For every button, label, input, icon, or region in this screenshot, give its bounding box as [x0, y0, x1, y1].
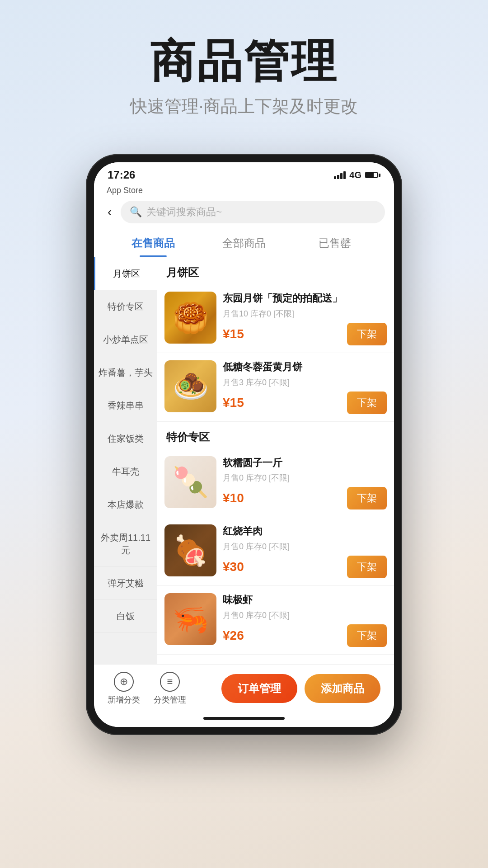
add-category-label: 新增分类 [108, 694, 140, 705]
product-image-1 [164, 292, 216, 344]
product-footer-3: ¥10 下架 [223, 487, 387, 509]
signal-bar-1 [334, 176, 336, 179]
toolbar-right-actions: 订单管理 添加商品 [221, 674, 380, 703]
delist-button-3[interactable]: 下架 [347, 487, 387, 509]
category-sidebar: 月饼区 特价专区 小炒单点区 炸番薯，芋头 香辣串串 住家饭类 牛耳壳 本店爆款… [94, 257, 157, 664]
cat-stirfry[interactable]: 小炒单点区 [94, 323, 157, 356]
delist-button-5[interactable]: 下架 [347, 624, 387, 647]
delist-button-4[interactable]: 下架 [347, 556, 387, 578]
product-image-5 [164, 593, 216, 645]
cat-niuershell[interactable]: 牛耳壳 [94, 455, 157, 488]
page-title: 商品管理 [18, 36, 470, 86]
product-name-3: 软糯圆子一斤 [223, 456, 387, 470]
product-name-5: 味极虾 [223, 593, 387, 607]
phone-screen: 17:26 4G [94, 162, 394, 727]
cat-fries[interactable]: 炸番薯，芋头 [94, 356, 157, 389]
product-info-4: 红烧羊肉 月售0 库存0 [不限] ¥30 下架 [223, 524, 387, 578]
add-category-icon: ⊕ [114, 672, 134, 692]
add-product-button[interactable]: 添加商品 [305, 674, 380, 703]
product-meta-4: 月售0 库存0 [不限] [223, 541, 387, 552]
product-footer-5: ¥26 下架 [223, 624, 387, 647]
product-card-2: 低糖冬蓉蛋黄月饼 月售3 库存0 [不限] ¥15 下架 [157, 353, 394, 422]
product-price-2: ¥15 [223, 396, 244, 410]
appstore-label: App Store [107, 186, 143, 195]
cat-delivery-week[interactable]: 外卖周11.11元 [94, 521, 157, 567]
section-header-special: 特价专区 [157, 422, 394, 449]
product-info-1: 东园月饼「预定的拍配送」 月售10 库存0 [不限] ¥15 下架 [223, 292, 387, 345]
product-price-5: ¥26 [223, 628, 244, 643]
cat-special[interactable]: 特价专区 [94, 290, 157, 323]
product-footer-4: ¥30 下架 [223, 556, 387, 578]
order-management-button[interactable]: 订单管理 [221, 674, 297, 703]
manage-category-btn[interactable]: ≡ 分类管理 [154, 672, 186, 705]
product-name-1: 东园月饼「预定的拍配送」 [223, 292, 387, 306]
signal-bar-3 [340, 173, 343, 179]
product-list: 月饼区 东园月饼「预定的拍配送」 月售10 库存0 [不限] ¥15 下架 [157, 257, 394, 664]
delist-button-2[interactable]: 下架 [347, 392, 387, 414]
product-info-3: 软糯圆子一斤 月售0 库存0 [不限] ¥10 下架 [223, 456, 387, 510]
appstore-nav-bar: App Store [94, 185, 394, 198]
phone-container: 17:26 4G [0, 154, 488, 762]
back-icon[interactable]: ‹ [103, 203, 116, 221]
signal-bar-2 [337, 175, 339, 179]
manage-category-icon: ≡ [160, 672, 180, 692]
product-image-2 [164, 360, 216, 412]
cat-spicy[interactable]: 香辣串串 [94, 389, 157, 422]
cat-mooncake[interactable]: 月饼区 [94, 257, 157, 290]
product-meta-2: 月售3 库存0 [不限] [223, 377, 387, 388]
product-image-4 [164, 524, 216, 576]
search-bar[interactable]: 🔍 关键词搜索商品~ [121, 201, 385, 223]
network-type: 4G [349, 170, 361, 180]
battery-icon [365, 172, 380, 178]
product-price-3: ¥10 [223, 491, 244, 505]
cat-bestseller[interactable]: 本店爆款 [94, 488, 157, 521]
search-icon: 🔍 [130, 206, 142, 218]
tabs-bar: 在售商品 全部商品 已售罄 [94, 228, 394, 257]
product-name-4: 红烧羊肉 [223, 524, 387, 538]
product-card-3: 软糯圆子一斤 月售0 库存0 [不限] ¥10 下架 [157, 449, 394, 518]
delist-button-1[interactable]: 下架 [347, 323, 387, 345]
main-content: 月饼区 特价专区 小炒单点区 炸番薯，芋头 香辣串串 住家饭类 牛耳壳 本店爆款… [94, 257, 394, 664]
tab-on-sale[interactable]: 在售商品 [108, 228, 198, 257]
nav-bar: ‹ 🔍 关键词搜索商品~ [94, 198, 394, 228]
status-icons: 4G [334, 170, 380, 180]
toolbar-left-actions: ⊕ 新增分类 ≡ 分类管理 [108, 672, 212, 705]
product-info-2: 低糖冬蓉蛋黄月饼 月售3 库存0 [不限] ¥15 下架 [223, 360, 387, 414]
product-meta-5: 月售0 库存0 [不限] [223, 610, 387, 621]
section-header-mooncake: 月饼区 [157, 257, 394, 284]
search-placeholder-text: 关键词搜索商品~ [146, 205, 222, 219]
page-header: 商品管理 快速管理·商品上下架及时更改 [0, 0, 488, 136]
product-image-3 [164, 456, 216, 508]
home-indicator [94, 712, 394, 727]
cat-rice[interactable]: 白饭 [94, 600, 157, 633]
home-bar [203, 717, 285, 720]
product-footer-1: ¥15 下架 [223, 323, 387, 345]
phone-mockup: 17:26 4G [86, 154, 402, 735]
product-name-2: 低糖冬蓉蛋黄月饼 [223, 360, 387, 374]
cat-homestyle[interactable]: 住家饭类 [94, 422, 157, 455]
tab-all-products[interactable]: 全部商品 [198, 228, 289, 257]
product-price-4: ¥30 [223, 560, 244, 574]
product-card-1: 东园月饼「预定的拍配送」 月售10 库存0 [不限] ¥15 下架 [157, 284, 394, 353]
product-meta-3: 月售0 库存0 [不限] [223, 472, 387, 483]
product-card-4: 红烧羊肉 月售0 库存0 [不限] ¥30 下架 [157, 517, 394, 586]
product-footer-2: ¥15 下架 [223, 392, 387, 414]
product-meta-1: 月售10 库存0 [不限] [223, 308, 387, 319]
manage-category-label: 分类管理 [154, 694, 186, 705]
product-price-1: ¥15 [223, 327, 244, 341]
add-category-btn[interactable]: ⊕ 新增分类 [108, 672, 140, 705]
product-info-5: 味极虾 月售0 库存0 [不限] ¥26 下架 [223, 593, 387, 647]
product-card-5: 味极虾 月售0 库存0 [不限] ¥26 下架 [157, 586, 394, 655]
signal-bars-icon [334, 171, 346, 179]
signal-bar-4 [343, 171, 346, 179]
status-time: 17:26 [108, 169, 135, 181]
cat-glutinous[interactable]: 弹牙艾糍 [94, 567, 157, 600]
status-bar: 17:26 4G [94, 162, 394, 185]
page-subtitle: 快速管理·商品上下架及时更改 [18, 95, 470, 118]
bottom-toolbar: ⊕ 新增分类 ≡ 分类管理 订单管理 添加商品 [94, 664, 394, 712]
page-wrapper: 商品管理 快速管理·商品上下架及时更改 17:26 4G [0, 0, 488, 762]
tab-sold-out[interactable]: 已售罄 [290, 228, 380, 257]
